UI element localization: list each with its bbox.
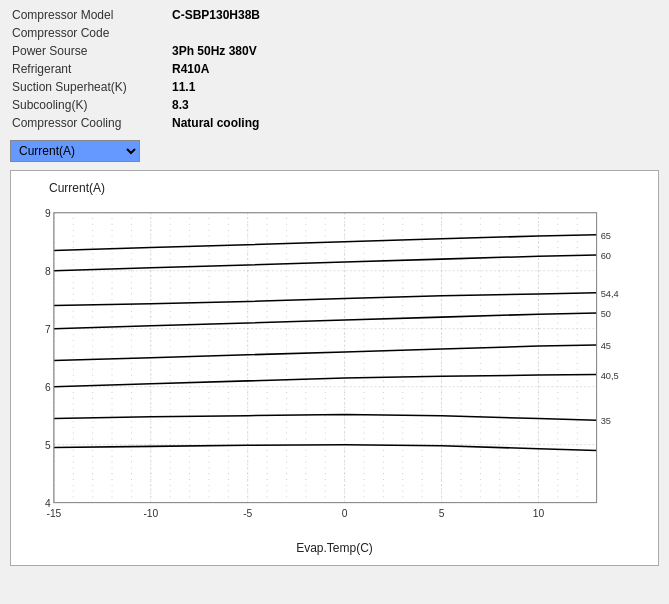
svg-point-328 [150, 224, 151, 225]
svg-point-342 [170, 438, 171, 439]
svg-point-441 [208, 456, 209, 457]
svg-point-329 [150, 218, 151, 219]
svg-point-960 [402, 404, 403, 405]
svg-point-1195 [480, 224, 481, 225]
svg-point-204 [112, 351, 113, 352]
svg-point-548 [247, 427, 248, 428]
svg-point-692 [305, 479, 306, 480]
svg-point-1415 [577, 427, 578, 428]
svg-point-874 [364, 311, 365, 312]
svg-point-1215 [499, 404, 500, 405]
svg-point-834 [344, 247, 345, 248]
svg-point-1305 [538, 473, 539, 474]
svg-point-1115 [460, 392, 461, 393]
svg-point-889 [364, 224, 365, 225]
svg-text:50: 50 [601, 309, 611, 319]
svg-point-497 [228, 427, 229, 428]
svg-point-1172 [480, 357, 481, 358]
svg-point-645 [286, 456, 287, 457]
svg-point-644 [286, 462, 287, 463]
svg-point-1377 [557, 351, 558, 352]
svg-point-473 [208, 270, 209, 271]
svg-point-848 [364, 462, 365, 463]
svg-point-521 [228, 288, 229, 289]
svg-point-291 [150, 438, 151, 439]
svg-point-1259 [519, 444, 520, 445]
svg-point-684 [286, 230, 287, 231]
svg-point-270 [131, 264, 132, 265]
svg-point-1239 [499, 264, 500, 265]
svg-text:4: 4 [45, 498, 51, 509]
svg-point-911 [383, 392, 384, 393]
svg-point-544 [247, 450, 248, 451]
svg-point-904 [383, 433, 384, 434]
svg-point-80 [73, 479, 74, 480]
svg-point-303 [150, 369, 151, 370]
svg-point-344 [170, 427, 171, 428]
svg-point-565 [247, 328, 248, 329]
svg-text:5: 5 [45, 440, 51, 451]
svg-point-1104 [460, 456, 461, 457]
svg-point-200 [112, 375, 113, 376]
chart-type-select[interactable]: Current(A)Power(W)Capacity(W)COP [10, 140, 140, 162]
svg-point-311 [150, 322, 151, 323]
svg-point-406 [189, 363, 190, 364]
svg-point-744 [325, 473, 326, 474]
svg-point-712 [305, 363, 306, 364]
svg-point-1306 [538, 467, 539, 468]
svg-point-385 [189, 485, 190, 486]
svg-point-310 [150, 328, 151, 329]
svg-point-1361 [557, 444, 558, 445]
svg-point-646 [286, 450, 287, 451]
svg-point-623 [267, 288, 268, 289]
svg-point-934 [383, 259, 384, 260]
svg-point-207 [112, 334, 113, 335]
svg-point-255 [131, 351, 132, 352]
svg-point-322 [150, 259, 151, 260]
svg-point-557 [247, 375, 248, 376]
svg-point-1051 [441, 467, 442, 468]
svg-point-878 [364, 288, 365, 289]
svg-point-167 [92, 270, 93, 271]
svg-point-1201 [499, 485, 500, 486]
svg-point-871 [364, 328, 365, 329]
svg-point-783 [325, 247, 326, 248]
svg-text:6: 6 [45, 382, 51, 393]
svg-point-1353 [557, 491, 558, 492]
svg-point-1107 [460, 438, 461, 439]
svg-point-1202 [499, 479, 500, 480]
svg-text:-5: -5 [243, 508, 252, 519]
svg-point-156 [92, 334, 93, 335]
svg-point-293 [150, 427, 151, 428]
svg-point-931 [383, 276, 384, 277]
svg-point-574 [247, 276, 248, 277]
svg-point-133 [92, 467, 93, 468]
svg-point-1126 [460, 328, 461, 329]
svg-point-78 [73, 491, 74, 492]
svg-point-378 [170, 230, 171, 231]
svg-point-1247 [499, 218, 500, 219]
svg-point-756 [325, 404, 326, 405]
svg-point-1100 [460, 479, 461, 480]
svg-point-144 [92, 404, 93, 405]
svg-point-1089 [441, 247, 442, 248]
svg-point-1242 [499, 247, 500, 248]
svg-point-1425 [577, 369, 578, 370]
svg-point-213 [112, 299, 113, 300]
svg-point-1318 [538, 398, 539, 399]
svg-point-362 [170, 322, 171, 323]
svg-point-1123 [460, 346, 461, 347]
svg-point-961 [402, 398, 403, 399]
svg-point-881 [364, 270, 365, 271]
svg-point-624 [267, 282, 268, 283]
svg-point-1275 [519, 351, 520, 352]
svg-point-597 [267, 438, 268, 439]
svg-point-897 [383, 473, 384, 474]
svg-point-827 [344, 288, 345, 289]
svg-point-1292 [519, 253, 520, 254]
svg-point-772 [325, 311, 326, 312]
svg-point-741 [325, 491, 326, 492]
svg-point-831 [344, 264, 345, 265]
svg-point-301 [150, 380, 151, 381]
svg-point-1211 [499, 427, 500, 428]
